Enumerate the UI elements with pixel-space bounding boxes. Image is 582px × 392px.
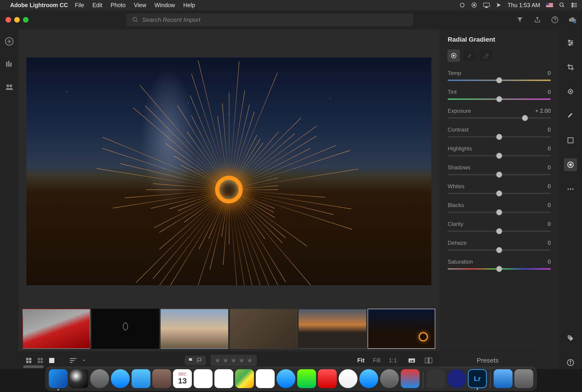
slider-knob[interactable] [496,266,502,272]
minimize-window-button[interactable] [14,17,20,22]
slider-track[interactable] [448,155,551,156]
linear-gradient-icon[interactable] [564,134,577,147]
menu-view[interactable]: View [134,2,146,8]
slider-highlights[interactable]: Highlights0 [448,146,551,156]
rating-stars[interactable]: ★ ★ ★ ★ ★ [210,355,257,366]
creative-cloud-icon[interactable] [459,2,465,8]
slider-tint[interactable]: Tint0 [448,89,551,100]
slider-blacks[interactable]: Blacks0 [448,202,551,213]
slider-track[interactable] [448,193,551,194]
control-center-icon[interactable] [571,2,578,8]
detail-view-icon[interactable] [48,357,55,364]
cloud-sync-icon[interactable] [568,16,576,24]
menu-file[interactable]: File [75,2,84,8]
slider-knob[interactable] [496,172,502,178]
thumbnail[interactable] [22,309,90,349]
thumbnail[interactable] [230,309,297,349]
compare-icon[interactable] [425,357,432,364]
star-icon[interactable]: ★ [239,356,244,364]
brush-icon[interactable] [564,110,577,122]
my-photos-button[interactable] [4,59,14,69]
add-photos-button[interactable] [4,36,14,46]
slider-knob[interactable] [496,228,502,234]
dock-news-icon[interactable] [318,369,337,388]
slider-dehaze[interactable]: Dehaze0 [448,240,551,251]
mask-brush-icon[interactable] [464,50,476,62]
slider-knob[interactable] [496,190,502,196]
square-grid-icon[interactable] [37,357,44,364]
clock[interactable]: Thu 1:53 AM [508,2,540,8]
tool-menu-icon[interactable] [496,2,502,8]
slider-knob[interactable] [496,77,502,83]
star-icon[interactable]: ★ [231,356,236,364]
slider-track[interactable] [448,212,551,213]
slider-track[interactable] [448,117,551,119]
dock-mail-icon[interactable] [132,369,150,388]
slider-track[interactable] [448,136,551,138]
dock-finalcut-icon[interactable] [426,369,445,388]
dock-maps-icon[interactable] [235,369,254,388]
slider-exposure[interactable]: Exposure+ 2.00 [448,108,551,119]
app-name[interactable]: Adobe Lightroom CC [10,2,68,8]
search-input[interactable]: Search Recent Import [127,14,413,26]
show-original-icon[interactable] [408,358,416,364]
dock-finder-icon[interactable] [49,369,68,388]
menu-help[interactable]: Help [183,2,195,8]
mask-new-icon[interactable] [448,50,460,62]
flag-reject-icon[interactable] [197,358,203,364]
keywords-icon[interactable] [564,332,577,344]
slider-contrast[interactable]: Contrast0 [448,126,551,138]
slider-knob[interactable] [496,134,502,140]
flag-pick-icon[interactable] [188,358,194,364]
slider-track[interactable] [448,174,551,175]
dock-calendar-icon[interactable]: DEC13 [173,369,192,388]
radial-gradient-icon[interactable] [564,158,577,171]
star-icon[interactable]: ★ [215,356,220,364]
zoom-fit[interactable]: Fit [357,357,364,364]
main-photo[interactable] [26,58,431,285]
dock-photos-icon[interactable] [256,369,275,388]
thumbnail[interactable] [92,309,159,349]
crop-icon[interactable] [564,61,577,74]
healing-icon[interactable] [564,85,577,98]
dock-notes-icon[interactable] [194,369,212,388]
slider-knob[interactable] [496,96,502,102]
zoom-fill[interactable]: Fill [373,357,380,364]
thumbnail-selected[interactable] [368,309,435,349]
share-icon[interactable] [533,16,542,24]
edit-sliders-icon[interactable] [564,36,577,49]
dock-1password-icon[interactable] [447,369,466,388]
dock-reminders-icon[interactable] [214,369,233,388]
input-source-flag-icon[interactable] [546,3,553,7]
slider-knob[interactable] [522,115,528,121]
dock-lightroom-icon[interactable]: Lr [468,369,487,388]
dock-launchpad-icon[interactable] [90,369,109,388]
menu-edit[interactable]: Edit [92,2,102,8]
slider-track[interactable] [448,268,551,270]
filter-icon[interactable] [516,16,524,24]
star-icon[interactable]: ★ [223,356,228,364]
dock-contacts-icon[interactable] [152,369,171,388]
slider-clarity[interactable]: Clarity0 [448,221,551,232]
menu-window[interactable]: Window [154,2,175,8]
dock-appstore-icon[interactable] [359,369,378,388]
fullscreen-window-button[interactable] [23,17,28,22]
airplay-icon[interactable] [483,2,490,8]
dock-trash-icon[interactable] [514,369,533,388]
sharing-button[interactable] [4,82,14,92]
dock-downloads-icon[interactable] [494,369,512,388]
slider-saturation[interactable]: Saturation0 [448,258,551,270]
slider-track[interactable] [448,98,551,100]
thumbnail[interactable] [298,309,366,349]
spotlight-icon[interactable] [559,2,565,8]
dock-magnet-icon[interactable] [401,369,420,388]
dock-safari-icon[interactable] [111,369,130,388]
slider-whites[interactable]: Whites0 [448,183,551,194]
slider-knob[interactable] [496,209,502,215]
slider-track[interactable] [448,230,551,232]
thumbnail[interactable] [160,309,228,349]
mask-erase-icon[interactable] [480,50,492,62]
slider-shadows[interactable]: Shadows0 [448,164,551,175]
help-icon[interactable] [551,16,559,24]
sort-dropdown-icon[interactable] [82,358,86,363]
